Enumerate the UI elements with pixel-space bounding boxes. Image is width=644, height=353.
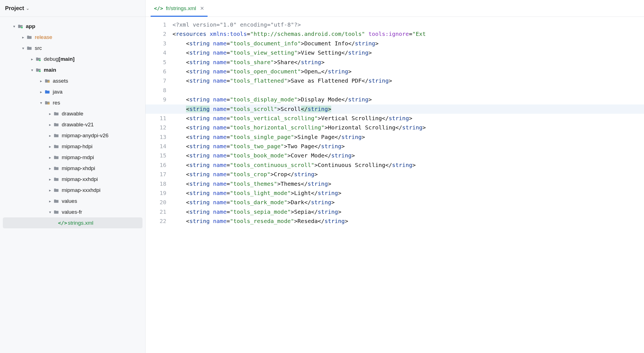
chevron-right-icon[interactable]: ▸	[47, 166, 53, 171]
tree-item[interactable]: ▾main	[0, 64, 145, 75]
tree-item-label: res	[53, 100, 60, 106]
chevron-down-icon[interactable]: ▾	[47, 210, 53, 214]
tree-item[interactable]: ▸assets	[0, 75, 145, 86]
code-line[interactable]: <string name="tools_single_page">Single …	[171, 133, 644, 142]
code-line[interactable]: <string name="tools_themes">Themes</stri…	[171, 179, 644, 189]
tree-item-label: main	[44, 67, 56, 73]
svg-point-0	[21, 26, 23, 28]
tree-item-label: mipmap-mdpi	[62, 154, 94, 161]
tree-item[interactable]: ▸mipmap-hdpi	[0, 141, 145, 152]
tree-item[interactable]: ▸mipmap-mdpi	[0, 152, 145, 163]
chevron-down-icon[interactable]: ▾	[11, 24, 17, 29]
code-line[interactable]: <string name="tools_open_document">Open……	[171, 67, 644, 76]
tree-item[interactable]: ▸mipmap-xxhdpi	[0, 174, 145, 185]
code-line[interactable]: <string name="tools_light_mode">Light</s…	[171, 189, 644, 198]
tree-item-label: mipmap-xhdpi	[62, 165, 95, 171]
tree-item-label: java	[53, 89, 63, 95]
chevron-right-icon[interactable]: ▸	[29, 57, 35, 61]
tab-strings-xml[interactable]: </> fr/strings.xml ✕	[151, 0, 208, 17]
chevron-right-icon[interactable]: ▸	[47, 133, 53, 138]
tree-item[interactable]: ▾app	[0, 21, 145, 32]
tree-item[interactable]: ▸mipmap-xxxhdpi	[0, 185, 145, 196]
chevron-right-icon[interactable]: ▸	[47, 144, 53, 149]
chevron-down-icon[interactable]: ▾	[38, 101, 44, 105]
code-line[interactable]: <string name="tools_book_mode">Cover Mod…	[171, 151, 644, 160]
tree-item[interactable]: ▸drawable-v21	[0, 119, 145, 130]
code-line[interactable]	[171, 86, 644, 95]
chevron-right-icon[interactable]: ▸	[47, 177, 53, 182]
svg-point-2	[39, 70, 41, 72]
tree-item-label: values-fr	[62, 209, 82, 215]
editor-pane: </> fr/strings.xml ✕ 1234567891011121314…	[146, 0, 644, 353]
code-line[interactable]: <string name="tools_vertical_scrolling">…	[171, 114, 644, 123]
tree-item-label: debug	[44, 56, 59, 62]
chevron-right-icon[interactable]: ▸	[47, 112, 53, 116]
tree-item[interactable]: ▸mipmap-anydpi-v26	[0, 130, 145, 141]
close-icon[interactable]: ✕	[200, 5, 204, 11]
code-line[interactable]: <resources xmlns:tools="http://schemas.a…	[171, 29, 644, 39]
chevron-right-icon[interactable]: ▸	[20, 35, 26, 40]
chevron-right-icon[interactable]: ▸	[47, 199, 53, 203]
code-line[interactable]: <string name="tools_continuous_scroll">C…	[171, 161, 644, 170]
tree-item-label: src	[35, 45, 42, 51]
sidebar-header[interactable]: Project ⌄	[0, 0, 145, 17]
tree-item-label: strings.xml	[68, 220, 93, 226]
tree-item[interactable]: ▸java	[0, 86, 145, 97]
tree-item-label: drawable-v21	[62, 122, 94, 128]
code-line[interactable]: <string name="tools_document_info">Docum…	[171, 39, 644, 48]
code-editor[interactable]: 12345678910111213141516171819202122 <?xm…	[146, 17, 644, 353]
chevron-down-icon[interactable]: ▾	[29, 68, 35, 72]
code-line[interactable]: <string name="tools_horizontal_scrolling…	[171, 123, 644, 132]
xml-file-icon: </>	[154, 5, 163, 11]
svg-point-1	[39, 59, 41, 61]
code-line[interactable]: <string name="tools_flattened">Save as F…	[171, 76, 644, 85]
chevron-right-icon[interactable]: ▸	[38, 90, 44, 94]
tree-item-label: mipmap-hdpi	[62, 143, 93, 150]
tree-item[interactable]: ▸debug [main]	[0, 54, 145, 64]
tree-item-label: release	[35, 34, 52, 40]
project-tree[interactable]: ▾app▸release▾src▸debug [main]▾main▸asset…	[0, 17, 145, 228]
tree-item[interactable]: ▸drawable	[0, 108, 145, 119]
tree-item[interactable]: ▸values	[0, 196, 145, 206]
tree-item-label: assets	[53, 78, 68, 84]
chevron-right-icon[interactable]: ▸	[47, 155, 53, 160]
tree-item-label: values	[62, 198, 77, 204]
tree-item[interactable]: ▸release	[0, 32, 145, 43]
chevron-right-icon[interactable]: ▸	[38, 79, 44, 83]
code-line[interactable]: <string name="tools_dark_mode">Dark</str…	[171, 198, 644, 207]
tree-item-label: app	[26, 23, 35, 29]
code-content[interactable]: <?xml version="1.0" encoding="utf-8"?><r…	[171, 17, 644, 353]
code-line[interactable]: <string name="tools_scroll">Scroll</stri…	[171, 104, 644, 114]
tree-item[interactable]: ▸</>strings.xml	[3, 217, 142, 228]
tab-title: fr/strings.xml	[166, 5, 196, 11]
tree-item[interactable]: ▸mipmap-xhdpi	[0, 163, 145, 174]
code-line[interactable]: <string name="tools_share">Share</string…	[171, 58, 644, 67]
code-line[interactable]: <string name="tools_two_page">Two Page</…	[171, 142, 644, 151]
tree-item-label: mipmap-xxxhdpi	[62, 187, 100, 193]
tree-item[interactable]: ▾values-fr	[0, 206, 145, 217]
chevron-down-icon[interactable]: ▾	[20, 46, 26, 50]
tree-item[interactable]: ▾src	[0, 43, 145, 54]
tree-item-label: mipmap-anydpi-v26	[62, 133, 109, 139]
line-number-gutter: 12345678910111213141516171819202122	[146, 17, 171, 353]
code-line[interactable]: <string name="tools_display_mode">Displa…	[171, 95, 644, 104]
chevron-down-icon: ⌄	[26, 6, 29, 11]
code-line[interactable]: <string name="tools_sepia_mode">Sepia</s…	[171, 207, 644, 217]
code-line[interactable]: <string name="tools_reseda_mode">Reseda<…	[171, 217, 644, 226]
chevron-right-icon[interactable]: ▸	[47, 122, 53, 127]
editor-tabbar: </> fr/strings.xml ✕	[146, 0, 644, 17]
chevron-right-icon[interactable]: ▸	[47, 188, 53, 192]
code-line[interactable]: <string name="tools_crop">Crop</string>	[171, 170, 644, 179]
code-line[interactable]: <string name="tools_view_setting">View S…	[171, 48, 644, 57]
xml-file-icon: </>	[59, 220, 66, 226]
project-sidebar: Project ⌄ ▾app▸release▾src▸debug [main]▾…	[0, 0, 146, 353]
sidebar-title: Project	[5, 5, 24, 11]
tree-item-label: mipmap-xxhdpi	[62, 176, 98, 182]
tree-item[interactable]: ▾res	[0, 97, 145, 108]
tree-item-label: drawable	[62, 111, 83, 117]
code-line[interactable]: <?xml version="1.0" encoding="utf-8"?>	[171, 20, 644, 29]
